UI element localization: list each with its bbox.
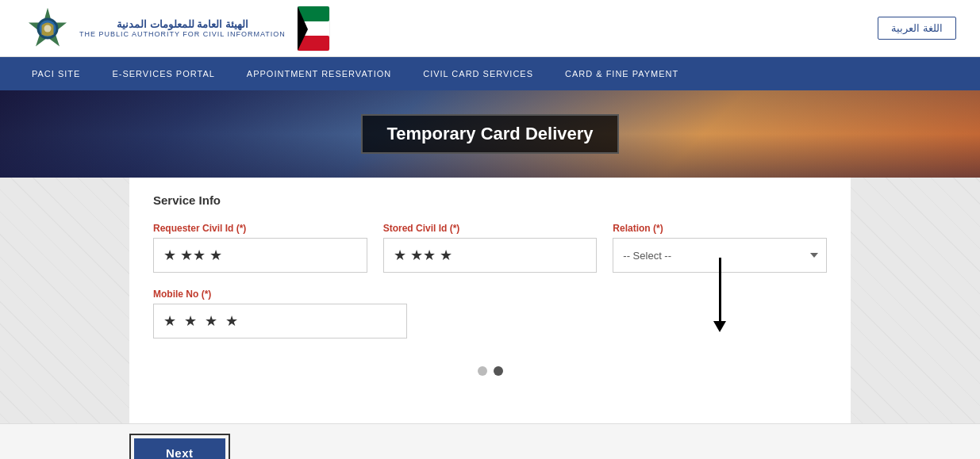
stored-civil-id-input[interactable] xyxy=(383,238,598,273)
requester-civil-id-group: Requester Civil Id (*) xyxy=(153,223,367,273)
kuwait-emblem xyxy=(294,5,333,52)
service-info-card: Service Info Requester Civil Id (*) Stor… xyxy=(129,178,851,423)
pagination xyxy=(153,354,827,376)
arrow-line xyxy=(719,258,721,321)
relation-label: Relation (*) xyxy=(613,223,827,234)
stored-civil-id-group: Stored Civil Id (*) xyxy=(383,223,598,273)
logo-text: الهيئة العامة للمعلومات المدنية THE PUBL… xyxy=(79,18,286,38)
requester-civil-id-input[interactable] xyxy=(153,238,367,273)
header: الهيئة العامة للمعلومات المدنية THE PUBL… xyxy=(0,0,980,57)
logo-english-text: THE PUBLIC AUTHORITY FOR CIVIL INFORMATI… xyxy=(79,30,286,38)
arrow-head xyxy=(713,321,726,332)
nav-civil-card[interactable]: CIVIL CARD SERVICES xyxy=(407,57,549,90)
nav-appointment[interactable]: APPOINTMENT RESERVATION xyxy=(231,57,407,90)
nav-card-fine[interactable]: CARD & FINE PAYMENT xyxy=(549,57,694,90)
mobile-no-input[interactable] xyxy=(153,304,407,339)
svg-point-3 xyxy=(44,25,52,32)
language-button[interactable]: اللغة العربية xyxy=(878,17,956,40)
stored-civil-id-label: Stored Civil Id (*) xyxy=(383,223,598,234)
hero-banner: Temporary Card Delivery xyxy=(0,90,980,178)
pagination-dot-2 xyxy=(494,366,503,376)
mobile-no-group: Mobile No (*) xyxy=(153,289,407,339)
hero-title: Temporary Card Delivery xyxy=(386,124,593,144)
nav-e-services[interactable]: E-SERVICES PORTAL xyxy=(96,57,230,90)
next-button-wrapper: Next xyxy=(129,434,230,459)
pagination-dot-1 xyxy=(478,366,487,376)
relation-group: Relation (*) -- Select -- Self Spouse Ch… xyxy=(613,223,827,273)
logo-emblem xyxy=(24,5,71,52)
bottom-bar: Next xyxy=(0,423,980,459)
logo: الهيئة العامة للمعلومات المدنية THE PUBL… xyxy=(24,5,333,52)
next-button[interactable]: Next xyxy=(134,438,225,459)
main-nav: PACI SITE E-SERVICES PORTAL APPOINTMENT … xyxy=(0,57,980,90)
logo-arabic-text: الهيئة العامة للمعلومات المدنية xyxy=(117,18,248,30)
requester-civil-id-label: Requester Civil Id (*) xyxy=(153,223,367,234)
service-info-title: Service Info xyxy=(153,193,827,207)
mobile-no-label: Mobile No (*) xyxy=(153,289,407,300)
hero-title-box: Temporary Card Delivery xyxy=(361,114,618,154)
form-row-1: Requester Civil Id (*) Stored Civil Id (… xyxy=(153,223,827,273)
nav-paci-site[interactable]: PACI SITE xyxy=(16,57,96,90)
